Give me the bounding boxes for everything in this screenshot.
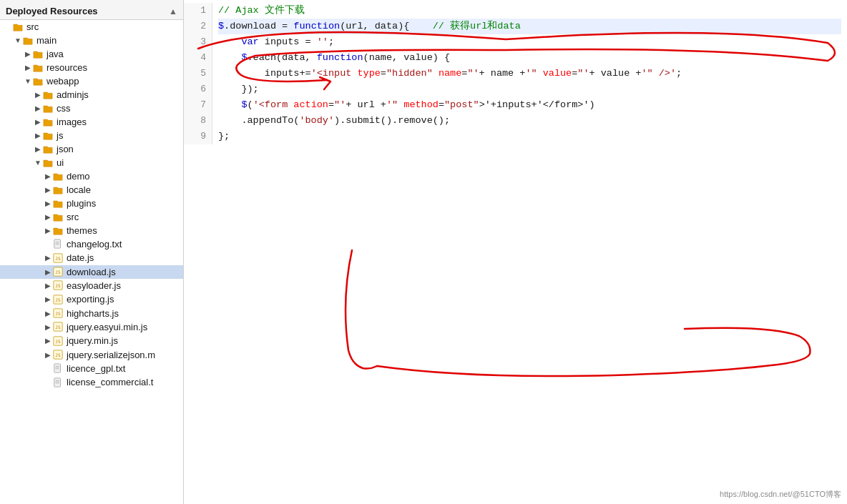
tree-icon-jquerymin: JS (53, 335, 64, 346)
tree-label-java: java (46, 49, 64, 59)
tree-item-ui[interactable]: ▼ui (0, 156, 183, 169)
tree-item-datejs[interactable]: ▶JSdate.js (0, 251, 183, 265)
tree-item-changelog[interactable]: changelog.txt (0, 237, 183, 251)
tree-icon-locale (53, 184, 64, 195)
tree-icon-src (13, 21, 24, 32)
tree-item-src[interactable]: src (0, 20, 183, 34)
collapse-icon[interactable]: ▲ (169, 6, 177, 16)
tree-item-plugins[interactable]: ▶plugins (0, 197, 183, 210)
svg-text:JS: JS (55, 352, 61, 357)
tree-icon-licencegpl (53, 363, 64, 374)
tree-icon-images (43, 117, 54, 127)
tree-label-jqueryeasyui: jquery.easyui.min.js (67, 322, 147, 332)
code-line-3: var inputs = ''; (218, 34, 841, 50)
tree-icon-jqueryserialize: JS (53, 350, 64, 360)
tree-icon-css (43, 103, 54, 114)
code-container: 123456789 // Ajax 文件下载$.download = funct… (184, 0, 847, 147)
tree-label-json: json (57, 144, 74, 154)
tree-item-webapp[interactable]: ▼webapp (0, 74, 183, 88)
tree-label-src: src (26, 21, 39, 32)
tree-arrow-exportingjs: ▶ (43, 295, 53, 303)
code-line-6: }); (218, 81, 841, 97)
tree-item-src2[interactable]: ▶src (0, 210, 183, 224)
code-line-9: }; (218, 129, 841, 144)
tree-arrow-jqueryeasyui: ▶ (43, 323, 53, 331)
tree-icon-adminjs (43, 89, 54, 100)
sidebar: Deployed Resources ▲ src▼main▶java▶resou… (0, 0, 184, 504)
svg-text:JS: JS (55, 255, 61, 260)
tree-item-css[interactable]: ▶css (0, 102, 183, 115)
tree-label-adminjs: adminjs (57, 89, 89, 100)
tree-item-easyloaderjs[interactable]: ▶JSeasyloader.js (0, 279, 183, 292)
line-num-4: 4 (187, 50, 206, 66)
line-num-7: 7 (187, 97, 206, 113)
tree-label-images: images (57, 117, 87, 127)
sidebar-header: Deployed Resources ▲ (0, 0, 183, 20)
svg-rect-20 (54, 364, 61, 372)
svg-text:JS: JS (55, 311, 61, 316)
tree-arrow-main: ▼ (13, 36, 23, 44)
tree-arrow-datejs: ▶ (43, 254, 53, 262)
tree-icon-resources (33, 62, 44, 73)
tree-label-js: js (57, 130, 63, 141)
tree-item-images[interactable]: ▶images (0, 115, 183, 129)
tree-item-jqueryserialize[interactable]: ▶JSjquery.serializejson.m (0, 348, 183, 362)
tree-label-downloadjs: download.js (67, 267, 116, 277)
tree-arrow-themes: ▶ (43, 227, 53, 234)
tree-item-resources[interactable]: ▶resources (0, 61, 183, 74)
tree-item-exportingjs[interactable]: ▶JSexporting.js (0, 292, 183, 306)
tree-icon-changelog (53, 239, 64, 249)
tree-icon-highchartsjs: JS (53, 308, 64, 319)
tree-icon-licensecommercial (53, 377, 64, 387)
tree-arrow-ui: ▼ (33, 159, 43, 167)
tree-label-plugins: plugins (67, 198, 96, 209)
tree-icon-webapp (33, 76, 44, 87)
code-line-7: $('<form action="'+ url +'" method="post… (218, 97, 841, 113)
tree-label-jquerymin: jquery.min.js (67, 335, 118, 346)
tree-item-json[interactable]: ▶json (0, 142, 183, 156)
tree-item-jqueryeasyui[interactable]: ▶JSjquery.easyui.min.js (0, 320, 183, 334)
line-num-3: 3 (187, 34, 206, 50)
tree-item-java[interactable]: ▶java (0, 47, 183, 61)
tree-icon-js (43, 130, 54, 141)
tree-item-demo[interactable]: ▶demo (0, 169, 183, 183)
svg-text:JS: JS (55, 283, 61, 288)
tree-item-locale[interactable]: ▶locale (0, 183, 183, 197)
tree-item-highchartsjs[interactable]: ▶JShighcharts.js (0, 307, 183, 320)
tree-icon-src2 (53, 212, 64, 222)
tree-arrow-webapp: ▼ (23, 77, 33, 85)
file-tree: src▼main▶java▶resources▼webapp▶adminjs▶c… (0, 20, 183, 390)
tree-item-licensecommercial[interactable]: license_commercial.t (0, 375, 183, 389)
tree-item-licencegpl[interactable]: licence_gpl.txt (0, 362, 183, 375)
tree-arrow-downloadjs: ▶ (43, 268, 53, 276)
line-num-9: 9 (187, 129, 206, 144)
tree-label-licencegpl: licence_gpl.txt (67, 363, 125, 374)
tree-icon-ui (43, 157, 54, 168)
tree-arrow-jqueryserialize: ▶ (43, 351, 53, 359)
tree-item-main[interactable]: ▼main (0, 34, 183, 47)
tree-label-exportingjs: exporting.js (67, 294, 114, 305)
tree-item-themes[interactable]: ▶themes (0, 224, 183, 237)
tree-arrow-highchartsjs: ▶ (43, 310, 53, 317)
code-line-2: $.download = function(url, data){ // 获得u… (218, 19, 841, 34)
line-num-6: 6 (187, 81, 206, 97)
tree-item-adminjs[interactable]: ▶adminjs (0, 88, 183, 102)
tree-icon-main (23, 35, 34, 46)
tree-label-main: main (36, 35, 57, 46)
tree-icon-plugins (53, 198, 64, 209)
svg-text:JS: JS (55, 338, 61, 343)
tree-label-demo: demo (67, 171, 90, 182)
code-line-4: $.each(data, function(name, value) { (218, 50, 841, 66)
tree-label-jqueryserialize: jquery.serializejson.m (67, 350, 155, 360)
svg-text:JS: JS (55, 270, 61, 275)
tree-item-js[interactable]: ▶js (0, 129, 183, 142)
tree-arrow-locale: ▶ (43, 186, 53, 194)
tree-icon-downloadjs: JS (53, 267, 64, 277)
main-container: Deployed Resources ▲ src▼main▶java▶resou… (0, 0, 847, 504)
tree-item-downloadjs[interactable]: ▶JSdownload.js (0, 265, 183, 279)
tree-label-locale: locale (67, 184, 91, 195)
line-num-1: 1 (187, 3, 206, 19)
tree-item-jquerymin[interactable]: ▶JSjquery.min.js (0, 334, 183, 347)
line-num-8: 8 (187, 113, 206, 129)
tree-arrow-jquerymin: ▶ (43, 337, 53, 345)
